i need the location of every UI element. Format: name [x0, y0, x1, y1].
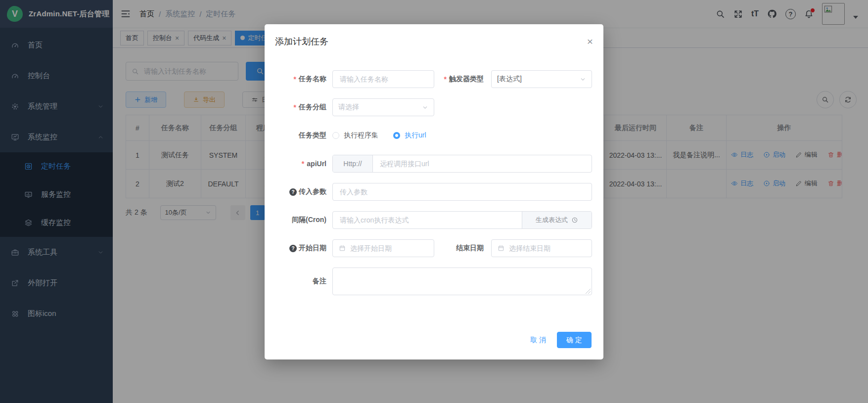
job-name-label: *任务名称 [265, 75, 332, 84]
apiurl-prefix: Http:// [333, 155, 373, 172]
cron-input[interactable] [339, 216, 516, 224]
job-type-radio-group: 执行程序集 执行url [332, 131, 426, 140]
params-label: ? 传入参数 [265, 187, 332, 196]
cancel-button[interactable]: 取 消 [527, 336, 549, 345]
remark-textarea[interactable] [333, 268, 592, 295]
form-row-group: *任务分组 请选择 [265, 98, 603, 116]
radio-icon [332, 132, 339, 139]
close-icon[interactable]: × [587, 36, 593, 46]
calendar-icon [339, 245, 346, 252]
start-date-input[interactable] [349, 244, 428, 253]
chevron-down-icon [422, 104, 428, 111]
dialog-header: 添加计划任务 × [265, 24, 603, 47]
calendar-icon [498, 245, 504, 252]
cron-group: 生成表达式 [332, 211, 592, 229]
radio-url[interactable]: 执行url [393, 131, 426, 140]
apiurl-input[interactable] [379, 159, 586, 168]
form-row-apiurl: *apiUrl Http:// [265, 155, 603, 173]
remark-label: 备注 [265, 277, 332, 286]
help-tooltip-icon[interactable]: ? [289, 245, 297, 252]
cron-field[interactable] [333, 212, 522, 228]
help-tooltip-icon[interactable]: ? [289, 188, 297, 196]
params-field[interactable] [332, 183, 592, 201]
form-row-remark: 备注 [265, 268, 603, 295]
apiurl-field[interactable] [373, 155, 592, 172]
form-row-name-trigger: *任务名称 *触发器类型 [表达式] [265, 70, 603, 88]
dialog-title: 添加计划任务 [275, 37, 328, 46]
end-date-input[interactable] [508, 244, 586, 253]
cron-label: 间隔(Cron) [265, 216, 332, 224]
apiurl-group: Http:// [332, 155, 592, 173]
trigger-type-select[interactable]: [表达式] [491, 70, 592, 88]
job-group-select[interactable]: 请选择 [332, 98, 434, 116]
form-row-job-type: 任务类型 执行程序集 执行url [265, 127, 603, 144]
form-row-cron: 间隔(Cron) 生成表达式 [265, 211, 603, 229]
job-type-label: 任务类型 [265, 131, 332, 140]
dialog-footer: 取 消 确 定 [527, 332, 592, 348]
form-row-dates: ? 开始日期 结束日期 [265, 239, 603, 257]
start-date-picker[interactable] [332, 239, 434, 257]
dialog-form: *任务名称 *触发器类型 [表达式] *任务分组 请 [265, 70, 603, 295]
end-date-label: 结束日期 [434, 244, 491, 253]
remark-textarea-wrap [332, 268, 592, 295]
app-root: V ZrAdmin.NET-后台管理 首页 控制台 系统管理 系统监控 [0, 0, 868, 403]
confirm-button[interactable]: 确 定 [557, 332, 592, 348]
chevron-down-icon [580, 76, 586, 83]
job-name-input[interactable] [339, 75, 428, 84]
trigger-type-label: *触发器类型 [434, 75, 491, 84]
end-date-picker[interactable] [491, 239, 592, 257]
textarea-resize-handle[interactable] [586, 289, 591, 294]
generate-cron-button[interactable]: 生成表达式 [522, 212, 592, 228]
radio-icon [393, 132, 400, 139]
start-date-label: ? 开始日期 [265, 244, 332, 253]
form-row-params: ? 传入参数 [265, 183, 603, 201]
job-name-field[interactable] [332, 70, 434, 88]
params-input[interactable] [339, 187, 586, 196]
apiurl-label: *apiUrl [265, 160, 332, 168]
add-task-dialog: 添加计划任务 × *任务名称 *触发器类型 [表达式] [265, 24, 603, 359]
job-group-label: *任务分组 [265, 103, 332, 112]
clock-icon [571, 217, 578, 224]
radio-assembly[interactable]: 执行程序集 [332, 131, 378, 140]
